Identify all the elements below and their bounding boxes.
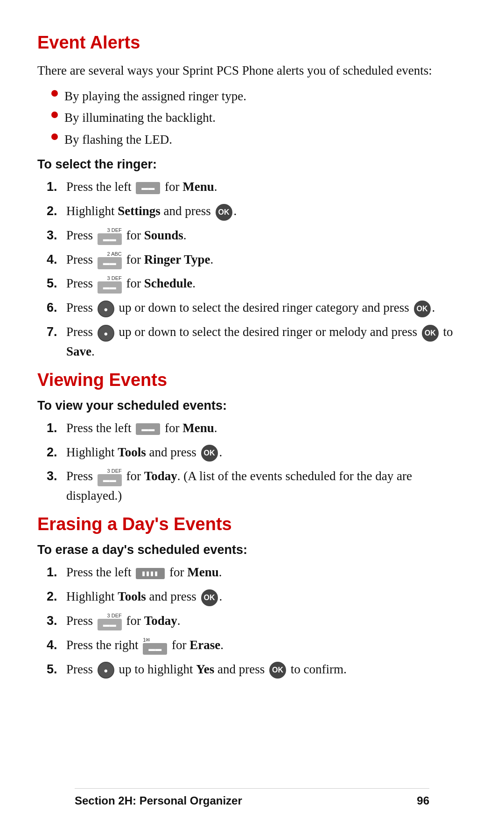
- table-row: 3. Press 3 DEF ▬▬ for Today.: [47, 611, 467, 631]
- table-row: 4. Press the right 1✉ ▬▬ for Erase.: [47, 636, 467, 655]
- table-row: 2. Highlight Tools and press OK.: [47, 443, 467, 462]
- steps-list-ringer: 1. Press the left ▬▬ for Menu. 2. Highli…: [47, 177, 467, 362]
- footer-section-label: Section 2H: Personal Organizer: [75, 794, 242, 807]
- bullet-dot: [51, 112, 58, 118]
- subsection-label-ringer: To select the ringer:: [37, 157, 467, 172]
- table-row: 3. Press 3 DEF ▬▬ for Sounds.: [47, 226, 467, 245]
- section-viewing-events: Viewing Events To view your scheduled ev…: [37, 370, 467, 506]
- bullet-dot: [51, 133, 58, 140]
- table-row: 2. Highlight Settings and press OK.: [47, 202, 467, 221]
- steps-list-erasing: 1. Press the left ▮▮▮▮ for Menu. 2. High…: [47, 563, 467, 679]
- key-3def3-icon: 3 DEF ▬▬: [98, 469, 122, 486]
- nav-up-icon: ●: [98, 662, 114, 679]
- key-3def-icon: 3 DEF ▬▬: [98, 228, 122, 245]
- list-item: By illuminating the backlight.: [51, 108, 467, 127]
- table-row: 7. Press ● up or down to select the desi…: [47, 322, 467, 362]
- page-footer: Section 2H: Personal Organizer 96: [75, 788, 429, 807]
- softkey-right-labeled-icon: 1✉ ▬▬: [143, 637, 167, 655]
- ok-button-icon: OK: [414, 301, 431, 317]
- steps-list-viewing: 1. Press the left ▬▬ for Menu. 2. Highli…: [47, 419, 467, 506]
- page-content: Event Alerts There are several ways your…: [37, 33, 467, 826]
- section-erasing-events: Erasing a Day's Events To erase a day's …: [37, 514, 467, 679]
- subsection-label-erase: To erase a day's scheduled events:: [37, 543, 467, 557]
- table-row: 5. Press ● up to highlight Yes and press…: [47, 660, 467, 679]
- section-event-alerts: Event Alerts There are several ways your…: [37, 33, 467, 362]
- softkey-left2-icon: ▬▬: [136, 423, 160, 435]
- softkey-left-icon: ▬▬: [136, 182, 160, 194]
- key-2abc-icon: 2 ABC ▬▬: [98, 252, 122, 269]
- nav-updown2-icon: ●: [98, 325, 114, 342]
- section-title-erasing-events: Erasing a Day's Events: [37, 514, 467, 534]
- subsection-label-view: To view your scheduled events:: [37, 399, 467, 413]
- softkey-left-textured-icon: ▮▮▮▮: [136, 568, 165, 579]
- list-item: By flashing the LED.: [51, 130, 467, 149]
- ok-button-icon: OK: [422, 325, 439, 342]
- ok-button-icon: OK: [216, 204, 232, 221]
- section-title-viewing-events: Viewing Events: [37, 370, 467, 390]
- section-title-event-alerts: Event Alerts: [37, 33, 467, 53]
- table-row: 2. Highlight Tools and press OK.: [47, 587, 467, 607]
- bullet-dot: [51, 90, 58, 97]
- table-row: 1. Press the left ▬▬ for Menu.: [47, 419, 467, 438]
- section-intro-event-alerts: There are several ways your Sprint PCS P…: [37, 61, 467, 80]
- table-row: 1. Press the left ▮▮▮▮ for Menu.: [47, 563, 467, 582]
- table-row: 1. Press the left ▬▬ for Menu.: [47, 177, 467, 197]
- list-item: By playing the assigned ringer type.: [51, 87, 467, 106]
- bullet-list-event-alerts: By playing the assigned ringer type. By …: [51, 87, 467, 149]
- nav-updown-icon: ●: [98, 301, 114, 317]
- table-row: 5. Press 3 DEF ▬▬ for Schedule.: [47, 274, 467, 294]
- table-row: 4. Press 2 ABC ▬▬ for Ringer Type.: [47, 250, 467, 270]
- key-3def2-icon: 3 DEF ▬▬: [98, 276, 122, 294]
- table-row: 6. Press ● up or down to select the desi…: [47, 298, 467, 318]
- table-row: 3. Press 3 DEF ▬▬ for Today. (A list of …: [47, 467, 467, 506]
- ok-button-icon: OK: [269, 662, 286, 679]
- key-3def4-icon: 3 DEF ▬▬: [98, 613, 122, 631]
- ok-button-icon: OK: [201, 589, 218, 606]
- footer-page-number: 96: [417, 794, 429, 807]
- ok-button-icon: OK: [201, 445, 218, 462]
